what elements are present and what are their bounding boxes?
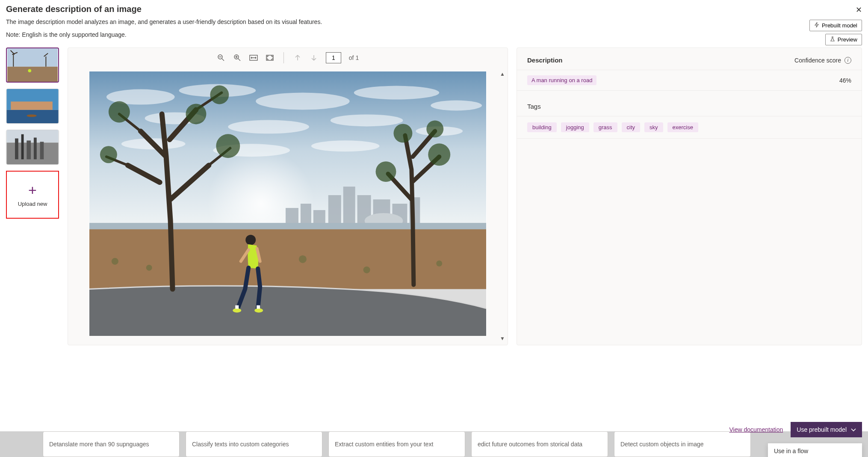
prebuilt-model-label: Prebuilt model [822, 22, 857, 29]
svg-rect-5 [11, 101, 53, 110]
tags-container: building jogging grass city sky exercise [517, 116, 862, 139]
svg-point-51 [216, 134, 240, 158]
next-page-icon[interactable] [310, 53, 318, 62]
svg-rect-12 [34, 138, 37, 160]
svg-rect-38 [286, 208, 298, 225]
prev-page-icon[interactable] [293, 53, 302, 62]
viewer-toolbar: of 1 [68, 48, 508, 68]
svg-rect-39 [301, 204, 311, 225]
preview-button[interactable]: Preview [825, 34, 862, 45]
svg-rect-0 [7, 48, 58, 67]
tag: jogging [561, 122, 589, 132]
page-title: Generate description of an image [6, 4, 862, 14]
results-panel: Description Confidence score i A man run… [517, 47, 862, 345]
sample-thumbnail-3[interactable] [6, 130, 59, 165]
use-prebuilt-label: Use prebuilt model [797, 426, 847, 433]
svg-point-50 [100, 146, 117, 163]
svg-point-58 [245, 235, 256, 245]
tag: city [622, 122, 641, 132]
svg-point-59 [233, 308, 241, 312]
confidence-heading: Confidence score [794, 57, 841, 64]
svg-rect-43 [89, 229, 486, 289]
svg-rect-61 [235, 305, 239, 309]
image-viewer-panel: of 1 ▲ [68, 47, 508, 345]
prebuilt-model-button[interactable]: Prebuilt model [809, 20, 862, 31]
svg-rect-62 [257, 305, 260, 309]
bg-card: Extract custom entities from your text [328, 431, 465, 457]
scroll-down-icon[interactable]: ▼ [500, 335, 505, 341]
svg-point-44 [112, 258, 118, 265]
svg-rect-33 [343, 187, 355, 225]
flask-icon [830, 36, 835, 43]
svg-rect-32 [328, 195, 341, 225]
bg-card: Classify texts into custom categories [186, 431, 322, 457]
svg-point-26 [331, 114, 403, 126]
plus-icon: + [28, 183, 37, 197]
page-number-input[interactable] [326, 52, 341, 63]
tags-heading: Tags [517, 91, 862, 116]
svg-point-49 [109, 101, 130, 123]
svg-point-48 [436, 261, 442, 267]
svg-point-6 [27, 115, 36, 117]
use-prebuilt-dropdown: Use in a flow Use in an app [768, 443, 862, 457]
bg-card: edict future outcomes from storical data [471, 431, 608, 457]
svg-point-47 [363, 267, 370, 273]
tag: exercise [667, 122, 698, 132]
svg-point-21 [256, 93, 350, 110]
description-value: A man running on a road [527, 75, 596, 85]
use-prebuilt-model-button[interactable]: Use prebuilt model [791, 422, 862, 437]
svg-point-57 [426, 120, 443, 137]
page-subtitle: The image description model analyzes an … [6, 18, 862, 25]
footer-actions: View documentation Use prebuilt model [729, 422, 862, 437]
svg-point-52 [210, 86, 229, 104]
zoom-out-icon[interactable] [217, 53, 225, 62]
svg-rect-11 [27, 140, 31, 159]
svg-rect-1 [7, 67, 58, 82]
svg-point-23 [431, 101, 482, 111]
use-in-flow-item[interactable]: Use in a flow [768, 443, 862, 457]
svg-point-53 [186, 104, 207, 125]
svg-rect-9 [15, 139, 18, 160]
svg-point-2 [28, 69, 32, 73]
svg-point-22 [354, 86, 440, 100]
lightning-icon [814, 22, 819, 29]
chevron-down-icon [851, 426, 856, 433]
confidence-value: 46% [839, 77, 851, 84]
toolbar-separator [283, 52, 284, 63]
zoom-in-icon[interactable] [233, 53, 242, 62]
scroll-up-icon[interactable]: ▲ [500, 71, 505, 77]
svg-point-45 [146, 265, 152, 271]
svg-point-56 [393, 124, 412, 142]
sample-thumbnail-1[interactable] [6, 47, 59, 83]
info-icon[interactable]: i [844, 57, 851, 64]
description-heading: Description [527, 56, 563, 64]
tag: sky [644, 122, 663, 132]
fit-page-icon[interactable] [266, 53, 274, 62]
close-button[interactable]: ✕ [856, 5, 862, 15]
fit-width-icon[interactable] [249, 53, 258, 62]
svg-point-60 [254, 308, 263, 312]
upload-new-label: Upload new [18, 201, 47, 207]
view-documentation-link[interactable]: View documentation [729, 426, 783, 433]
tag: grass [593, 122, 617, 132]
svg-rect-7 [7, 130, 59, 142]
panel-header: Generate description of an image The ima… [0, 0, 868, 42]
bg-card: Detanslate more than 90 supnguages [43, 431, 180, 457]
page-of-label: of 1 [349, 54, 359, 61]
tag: building [527, 122, 557, 132]
svg-point-55 [428, 143, 450, 166]
svg-point-46 [299, 255, 307, 263]
svg-rect-8 [7, 142, 59, 164]
svg-rect-13 [40, 142, 44, 159]
svg-rect-40 [313, 210, 325, 225]
preview-label: Preview [838, 36, 857, 43]
thumbnail-sidebar: + Upload new [6, 47, 59, 345]
svg-point-54 [376, 161, 396, 182]
sample-thumbnail-2[interactable] [6, 89, 59, 124]
page-note: Note: English is the only supported lang… [6, 31, 862, 38]
main-image [89, 71, 487, 336]
upload-new-button[interactable]: + Upload new [6, 171, 59, 219]
svg-rect-10 [21, 134, 24, 160]
